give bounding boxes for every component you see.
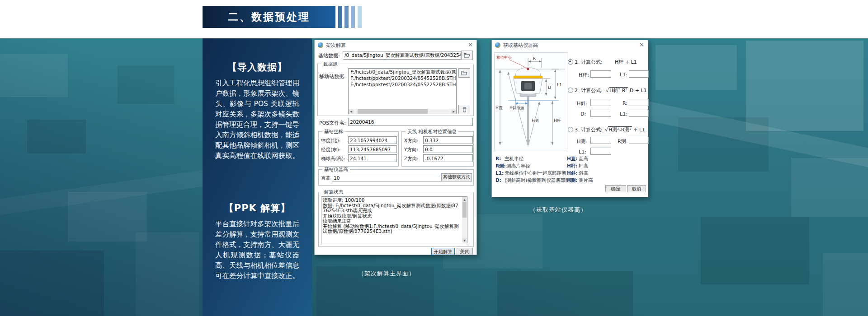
building-block xyxy=(118,65,174,104)
status-line: 开始解算 (移动站数据1:F:/hctest/0_data/5jingtou_架… xyxy=(323,224,460,234)
scroll-track xyxy=(354,109,451,114)
scroll-right-arrow-icon[interactable]: ▶ xyxy=(451,109,456,114)
close-button[interactable]: 关闭 xyxy=(457,248,473,255)
building-block xyxy=(791,158,868,217)
banner-stripe xyxy=(338,6,342,28)
vertical-scrollbar[interactable]: ▲ ▼ xyxy=(462,197,467,243)
scroll-thumb[interactable] xyxy=(358,109,428,114)
legend-key: H杆: xyxy=(567,163,578,169)
banner-stripe xyxy=(344,6,349,28)
field-label: H杆: xyxy=(579,72,589,79)
browse-base-button[interactable] xyxy=(461,51,473,60)
other-method-button[interactable]: 其他获取方式 xyxy=(441,173,472,181)
base-station-input[interactable]: /0_data/5jingtou_架次解算测试数据/原数据/2043254EF.… xyxy=(343,51,461,60)
d-input[interactable] xyxy=(590,110,611,117)
rover-file-list[interactable]: F:/hctest/0_data/5jingtou_架次解算测试数据/原数据/8… xyxy=(348,68,457,114)
building-block xyxy=(823,253,868,316)
list-item[interactable]: F:/hctest/ppktest/20200324/05452528B.STH xyxy=(349,75,456,81)
scroll-thumb[interactable] xyxy=(462,202,467,218)
l1-input-3[interactable] xyxy=(590,148,611,155)
list-item[interactable]: F:/hctest/0_data/5jingtou_架次解算测试数据/原数据/8… xyxy=(349,69,456,75)
section-title-banner: 二、数据预处理 xyxy=(203,6,335,28)
list-item[interactable]: F:/hctest/ppktest/20200324/05522528B.STH xyxy=(349,81,456,88)
caption-flight-solve: （架次解算主界面） xyxy=(358,270,415,278)
close-icon[interactable]: × xyxy=(639,42,644,48)
l1-input-1[interactable] xyxy=(629,70,649,78)
legend-value: 杆高 xyxy=(579,163,588,169)
hce-label: H测 xyxy=(532,118,539,123)
receiver-diagram: 相位中心 R D L1 R测 H直 H斜 H测 H杆 xyxy=(494,52,567,150)
hzhi-label: H直 xyxy=(495,106,503,110)
dialog-flight-solve: 架次解算 × 基站数据: /0_data/5jingtou_架次解算测试数据/原… xyxy=(314,40,477,255)
hce-input[interactable] xyxy=(590,137,611,144)
building-block xyxy=(656,45,737,90)
ok-button[interactable]: 确定 xyxy=(605,185,626,192)
building-block xyxy=(0,54,68,97)
start-solve-button[interactable]: 开始解算 xyxy=(431,248,455,255)
d-label: D xyxy=(548,85,551,90)
latitude-label: 纬度(北): xyxy=(321,138,340,144)
app-icon xyxy=(318,42,323,48)
status-log-box[interactable]: 读取进度: 100/100 数据: F:/hctest/0_data/5jing… xyxy=(321,196,467,243)
legend-value: 直高 xyxy=(579,156,588,162)
option-2-formula: √H斜²-R²-D + L1 xyxy=(606,87,647,94)
field-label: H斜: xyxy=(577,100,587,107)
folder-icon xyxy=(464,53,470,58)
receiver-diagram-svg: 相位中心 R D L1 R测 H直 H斜 H测 H杆 xyxy=(495,53,566,149)
page-title: 二、数据预处理 xyxy=(228,11,310,23)
field-label: R: xyxy=(623,100,627,106)
hgan-input[interactable] xyxy=(590,70,611,78)
z-offset-input[interactable]: -0.1672 xyxy=(423,154,473,162)
building-block xyxy=(68,192,147,242)
vertical-height-input[interactable]: 10 xyxy=(332,174,441,181)
horizontal-scrollbar[interactable]: ◀ ▶ xyxy=(349,109,456,114)
base-coords-group-title: 基站坐标 xyxy=(322,129,345,135)
l1-input-2[interactable] xyxy=(629,110,649,117)
dialog-title: 架次解算 xyxy=(326,42,346,49)
scroll-down-arrow-icon[interactable]: ▼ xyxy=(462,238,467,243)
ellipsoid-height-label: 椭球高(高): xyxy=(321,156,345,162)
legend-value: 斜高 xyxy=(579,170,588,177)
y-offset-input[interactable]: 0.0 xyxy=(423,145,473,153)
building-block xyxy=(27,120,86,153)
ellipsoid-height-input[interactable]: 24.141 xyxy=(348,154,397,162)
app-icon xyxy=(495,42,500,48)
pos-filename-input[interactable]: 20200416 xyxy=(348,118,473,126)
instrument-height-group-title: 基站仪器高 xyxy=(322,167,350,173)
option-2-label: 计算公式: xyxy=(581,87,603,94)
sidebar-heading-import: 【导入数据】 xyxy=(203,61,312,74)
browse-rover-button[interactable] xyxy=(458,68,470,78)
dialog-instrument-height: 获取基站仪器高 × xyxy=(491,40,648,197)
status-line: 数据: F:/hctest/0_data/5jingtou_架次解算测试数据/原… xyxy=(323,203,460,214)
building-block xyxy=(746,41,863,131)
building-block xyxy=(0,251,104,316)
latitude-input[interactable]: 23.1052994024 xyxy=(348,136,397,144)
pos-filename-label: POS文件名: xyxy=(319,120,346,126)
scroll-left-arrow-icon[interactable]: ◀ xyxy=(349,109,354,114)
r-input[interactable] xyxy=(629,99,649,106)
hxie-input[interactable] xyxy=(590,99,611,106)
field-label: R测: xyxy=(618,138,627,145)
legend-value: 测片高 xyxy=(579,177,593,184)
radio-option-2[interactable] xyxy=(568,88,573,93)
radio-option-3[interactable] xyxy=(568,127,573,132)
radio-option-1[interactable] xyxy=(568,59,573,65)
close-icon[interactable]: × xyxy=(468,42,473,48)
delete-file-button[interactable] xyxy=(458,105,470,114)
rce-input[interactable] xyxy=(629,137,649,144)
status-line: 读取进度: 100/100 xyxy=(323,198,460,203)
legend-key: R: xyxy=(495,156,501,161)
option-1-label: 计算公式: xyxy=(581,59,603,65)
legend-value: (测斜高时)橡胶圈到仪器底部距离 xyxy=(505,177,575,184)
folder-icon xyxy=(461,70,467,75)
x-offset-input[interactable]: 0.332 xyxy=(423,136,473,144)
cancel-button[interactable]: 取消 xyxy=(627,185,646,192)
legend-key: R测: xyxy=(495,163,506,169)
field-label: D: xyxy=(580,111,586,117)
hgan-label: H杆 xyxy=(554,118,561,123)
sidebar-paragraph-ppk: 平台直接针对多架次批量后差分解算，支持常用观测文件格式，支持南方、大疆无人机观测… xyxy=(215,219,299,281)
x-offset-label: X方向: xyxy=(404,138,419,144)
field-label: L1: xyxy=(579,149,586,155)
longitude-input[interactable]: 113.2457685097 xyxy=(348,145,397,153)
scroll-up-arrow-icon[interactable]: ▲ xyxy=(462,197,467,202)
